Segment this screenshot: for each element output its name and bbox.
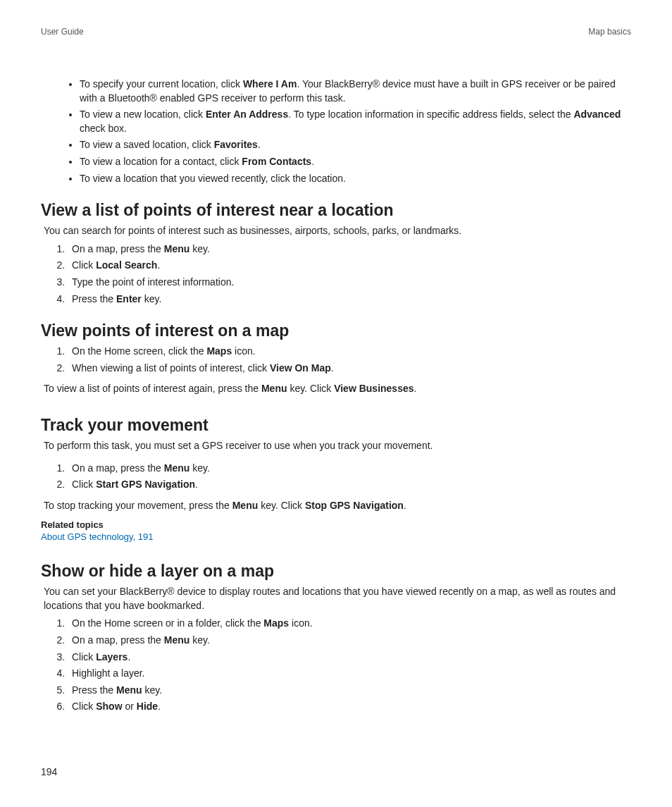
text: check box.	[80, 123, 127, 134]
text: To view a location that you viewed recen…	[80, 173, 346, 184]
bold: Where I Am	[243, 78, 297, 90]
text: .	[158, 701, 161, 712]
section-intro: You can set your BlackBerry® device to d…	[44, 585, 631, 612]
section-intro: You can search for points of interest su…	[44, 224, 631, 238]
bullet-item: To view a location that you viewed recen…	[80, 172, 631, 186]
bold: Local Search	[96, 259, 157, 271]
steps-list: On the Home screen or in a folder, click…	[41, 617, 631, 714]
text: Highlight a layer.	[72, 667, 145, 679]
text: Click	[72, 651, 96, 663]
bold: Menu	[164, 462, 190, 474]
step: Type the point of interest information.	[68, 276, 631, 290]
bullet-item: To view a location for a contact, click …	[80, 155, 631, 169]
bold: Start GPS Navigation	[96, 479, 195, 490]
text: On the Home screen, click the	[72, 345, 206, 357]
section-title-show-hide-layer: Show or hide a layer on a map	[41, 562, 631, 581]
text: On a map, press the	[72, 634, 164, 646]
step: On a map, press the Menu key.	[68, 242, 631, 257]
bold: From Contacts	[242, 156, 311, 167]
bold: Enter An Address	[206, 109, 288, 120]
step: Press the Menu key.	[68, 684, 631, 698]
step: Press the Enter key.	[68, 292, 631, 307]
bold: Menu	[232, 500, 259, 511]
bullet-item: To view a new location, click Enter An A…	[80, 108, 631, 135]
text: .	[414, 383, 417, 394]
text: To view a location for a contact, click	[80, 156, 242, 167]
header-left: User Guide	[41, 27, 84, 37]
bold: Advanced	[573, 109, 621, 120]
text: Type the point of interest information.	[72, 276, 234, 288]
text: .	[258, 139, 261, 150]
bold: Favorites	[214, 139, 258, 150]
bold: Maps	[206, 345, 232, 357]
text: .	[195, 479, 198, 490]
step: Click Local Search.	[68, 259, 631, 273]
text: .	[404, 500, 406, 511]
step: Click Show or Hide.	[68, 700, 631, 714]
text: . To type location information in specif…	[288, 109, 573, 120]
text: To stop tracking your movement, press th…	[44, 500, 232, 511]
text: icon.	[232, 345, 255, 357]
text: key.	[142, 293, 162, 304]
bold: Enter	[116, 293, 142, 304]
section-outro: To view a list of points of interest aga…	[44, 382, 631, 396]
steps-list: On a map, press the Menu key. Click Star…	[41, 462, 631, 492]
text: key. Click	[258, 500, 305, 511]
section-intro: To perform this task, you must set a GPS…	[44, 439, 631, 453]
text: icon.	[289, 617, 312, 629]
text: Click	[72, 259, 96, 271]
bold: Stop GPS Navigation	[305, 500, 404, 511]
header-right: Map basics	[588, 27, 631, 37]
section-title-track-movement: Track your movement	[41, 416, 631, 435]
text: .	[331, 362, 334, 374]
bold: View On Map	[270, 362, 331, 374]
bold: View Businesses	[334, 383, 413, 394]
text: key. Click	[287, 383, 335, 394]
bold: Maps	[263, 617, 289, 629]
bold: Menu	[164, 243, 190, 254]
step: On the Home screen, click the Maps icon.	[68, 345, 631, 359]
text: Click	[72, 479, 96, 490]
text: On a map, press the	[72, 462, 164, 474]
text: key.	[189, 634, 210, 646]
text: key.	[189, 243, 210, 254]
text: Press the	[72, 684, 116, 696]
step: Click Start GPS Navigation.	[68, 478, 631, 492]
bold: Layers	[96, 651, 127, 663]
bold: Menu	[261, 383, 287, 394]
related-topics-link[interactable]: About GPS technology, 191	[41, 531, 631, 542]
bullet-item: To specify your current location, click …	[80, 78, 631, 105]
step: On a map, press the Menu key.	[68, 462, 631, 476]
step: Click Layers.	[68, 651, 631, 665]
step: On the Home screen or in a folder, click…	[68, 617, 631, 631]
text: .	[311, 156, 314, 167]
related-topics-heading: Related topics	[41, 519, 631, 530]
page-header: User Guide Map basics	[41, 27, 631, 37]
text: or	[123, 701, 137, 712]
text: On the Home screen or in a folder, click…	[72, 617, 263, 629]
step: Highlight a layer.	[68, 667, 631, 681]
text: To view a saved location, click	[80, 139, 214, 150]
section-title-poi-map: View points of interest on a map	[41, 321, 631, 340]
bold: Menu	[116, 684, 142, 696]
text: .	[127, 651, 130, 663]
text: Click	[72, 701, 96, 712]
step: When viewing a list of points of interes…	[68, 362, 631, 376]
steps-list: On a map, press the Menu key. Click Loca…	[41, 242, 631, 306]
bullet-item: To view a saved location, click Favorite…	[80, 138, 631, 152]
section-outro: To stop tracking your movement, press th…	[44, 499, 631, 513]
page-number: 194	[41, 766, 57, 777]
text: key.	[189, 462, 210, 474]
bold: Hide	[137, 701, 158, 712]
step: On a map, press the Menu key.	[68, 634, 631, 648]
bold: Show	[96, 701, 122, 712]
text: On a map, press the	[72, 243, 164, 254]
text: To view a new location, click	[80, 109, 206, 120]
text: .	[157, 259, 160, 271]
text: Press the	[72, 293, 116, 304]
section-title-poi-list: View a list of points of interest near a…	[41, 201, 631, 220]
steps-list: On the Home screen, click the Maps icon.…	[41, 345, 631, 375]
text: key.	[142, 684, 163, 696]
text: To specify your current location, click	[80, 78, 243, 90]
bold: Menu	[164, 634, 190, 646]
